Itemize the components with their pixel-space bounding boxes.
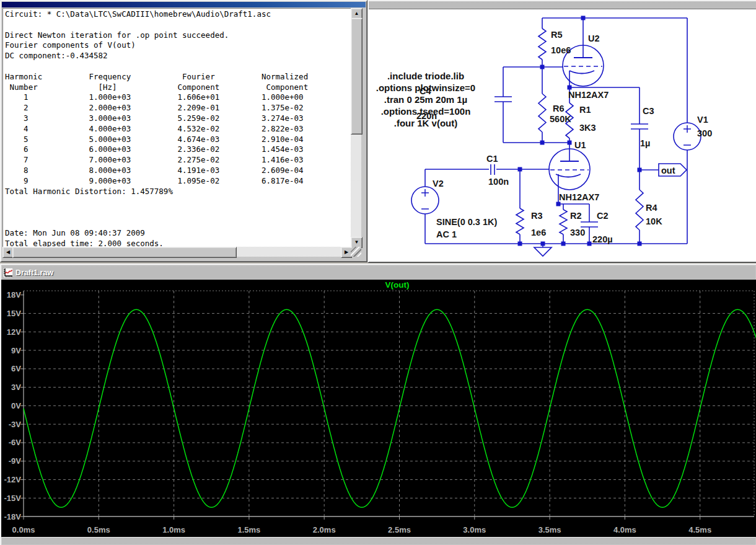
wire-junction	[518, 242, 522, 246]
y-axis-label: -12V	[4, 475, 22, 484]
component-label: C3	[643, 106, 654, 116]
y-axis-label: 18V	[7, 290, 21, 299]
waveform-window-title: Draft1.raw	[15, 268, 53, 277]
component-label: NH12AX7	[559, 192, 599, 202]
arrow-right-icon: ▶	[345, 250, 348, 255]
wire-junction	[587, 242, 592, 246]
waveform-statusbar	[2, 537, 755, 544]
component-label: V1	[697, 115, 708, 125]
wire-junction	[638, 168, 642, 172]
component-label: R3	[531, 211, 543, 221]
ground-icon	[534, 247, 552, 256]
component-label: AC 1	[436, 229, 457, 239]
component-label: 220µ	[592, 234, 613, 244]
log-window-titlebar[interactable]	[2, 2, 366, 7]
waveform-window-titlebar[interactable]: Draft1.raw	[2, 266, 755, 279]
component-label: 10K	[646, 216, 662, 226]
schematic-window-titlebar[interactable]	[369, 1, 756, 9]
component-label: 1e6	[531, 228, 546, 237]
component-label: V2	[433, 179, 444, 188]
wire-junction	[568, 86, 572, 90]
y-axis-label: 15V	[7, 309, 21, 318]
log-horizontal-scrollbar[interactable]: ◀ ▶	[2, 247, 351, 257]
wire-junction	[556, 202, 561, 206]
log-text-area[interactable]: Circuit: * C:\Data\LTC\SwCADIII\homebrew…	[2, 8, 351, 248]
y-axis-label: 6V	[11, 364, 21, 373]
component-label: R6	[553, 104, 565, 113]
wire-junction	[568, 141, 572, 145]
waveform-plot[interactable]: -18V-15V-12V-9V-6V-3V0V3V6V9V12V15V18V0.…	[1, 280, 756, 537]
y-axis-label: 9V	[11, 346, 21, 355]
component-label: NH12AX7	[568, 90, 609, 100]
wire-junction	[518, 167, 522, 172]
component-label: C2	[597, 211, 609, 221]
x-axis-label: 0.0ms	[12, 525, 35, 534]
y-axis-label: -15V	[4, 494, 22, 503]
trace-legend[interactable]: V(out)	[385, 280, 410, 290]
spice-directive-line: .include triode.lib	[371, 70, 480, 82]
y-axis-label: -18V	[4, 512, 22, 521]
x-axis-label: 2.0ms	[313, 525, 336, 534]
scroll-thumb[interactable]	[351, 18, 363, 135]
tube-cathode	[569, 71, 594, 74]
wire-junction	[638, 242, 642, 246]
y-axis-label: 3V	[11, 383, 21, 392]
y-axis-label: -3V	[9, 420, 22, 429]
component-label: R4	[646, 203, 657, 213]
x-axis-label: 3.5ms	[538, 525, 561, 534]
arrow-down-icon: ▼	[354, 240, 359, 245]
waveform-chart: -18V-15V-12V-9V-6V-3V0V3V6V9V12V15V18V0.…	[1, 280, 756, 537]
component-label: 330	[570, 228, 585, 237]
x-axis-label: 1.0ms	[162, 525, 185, 534]
waveform-chart-icon	[3, 268, 13, 278]
component-label: R1	[579, 105, 591, 115]
wire-junction	[561, 242, 566, 246]
component-label: 300	[697, 128, 712, 138]
spice-directive-line: .four 1K v(out)	[371, 117, 480, 129]
spice-directive-line: .options tseed=100n	[371, 105, 480, 117]
component-label: C1	[486, 154, 498, 164]
schematic-drawing: R510e6U2NH12AX7R6560KR13K3C4220nC31µV130…	[369, 9, 756, 262]
arrow-left-icon: ◀	[6, 250, 10, 255]
component-label: 100n	[488, 177, 509, 187]
x-axis-label: 4.0ms	[613, 525, 636, 534]
x-axis-label: 1.5ms	[237, 525, 260, 534]
spice-directives-text: .include triode.lib.options plotwinsize=…	[371, 70, 480, 129]
spice-directive-line: .tran 0 25m 20m 1µ	[371, 94, 480, 105]
x-axis-label: 2.5ms	[388, 525, 411, 534]
component-label: U1	[574, 140, 586, 150]
schematic-canvas[interactable]: R510e6U2NH12AX7R6560KR13K3C4220nC31µV130…	[369, 9, 756, 262]
component-label: 3K3	[579, 123, 596, 133]
out-port-label: out	[661, 166, 675, 175]
arrow-up-icon: ▲	[354, 11, 359, 16]
y-axis-label: -6V	[9, 438, 22, 447]
window-resize-grip[interactable]	[351, 247, 361, 257]
x-axis-label: 4.5ms	[688, 525, 711, 534]
component-label: R2	[570, 211, 582, 221]
log-vertical-scrollbar[interactable]: ▲ ▼	[351, 8, 361, 247]
component-label: SINE(0 0.3 1K)	[436, 217, 497, 227]
spice-directive-line: .options plotwinsize=0	[371, 82, 480, 94]
wire-junction	[540, 65, 545, 69]
plus-minus-icon	[421, 189, 429, 209]
component-label: R5	[551, 30, 563, 40]
scroll-thumb[interactable]	[12, 247, 237, 258]
y-axis-label: 12V	[7, 327, 21, 337]
x-axis-label: 3.0ms	[463, 525, 486, 534]
plus-minus-icon	[683, 125, 691, 145]
wire-junction	[541, 242, 545, 246]
vout-trace	[24, 309, 756, 507]
ltspice-desktop: Circuit: * C:\Data\LTC\SwCADIII\homebrew…	[0, 0, 756, 545]
waveform-window: Draft1.raw -18V-15V-12V-9V-6V-3V0V3V6V9V…	[0, 264, 756, 545]
y-axis-label: 0V	[11, 401, 21, 410]
component-label: U2	[588, 33, 600, 43]
wire-junction	[581, 16, 586, 20]
component-label: 1µ	[640, 138, 650, 148]
plot-border	[24, 291, 754, 516]
component-label: 10e6	[551, 45, 571, 55]
schematic-labels: R510e6U2NH12AX7R6560KR13K3C4220nC31µV130…	[416, 30, 712, 244]
tube-cathode	[556, 174, 581, 177]
wire-junction	[540, 141, 545, 145]
x-axis-label: 0.5ms	[87, 525, 110, 534]
spice-error-log-window: Circuit: * C:\Data\LTC\SwCADIII\homebrew…	[0, 0, 367, 262]
